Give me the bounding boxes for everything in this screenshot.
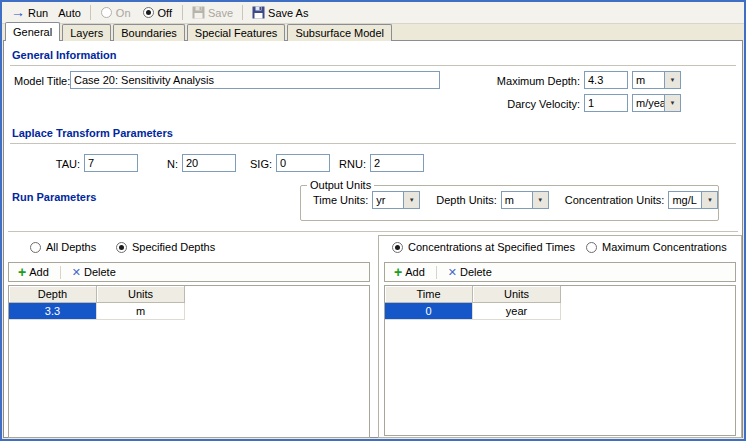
toolbar-separator [182, 5, 183, 20]
chevron-down-icon[interactable]: ▼ [403, 192, 419, 208]
on-radio[interactable]: On [95, 7, 137, 19]
darcy-velocity-label: Darcy Velocity: [466, 98, 580, 110]
tau-label: TAU: [34, 158, 80, 170]
delete-icon: ✕ [72, 267, 81, 278]
main-toolbar: → Run Auto On Off Save [2, 2, 744, 24]
chevron-down-icon[interactable]: ▼ [664, 95, 680, 111]
chevron-down-icon[interactable]: ▼ [701, 192, 717, 208]
times-add-label: Add [405, 266, 425, 278]
time-units-label: Time Units: [313, 194, 368, 206]
table-row[interactable]: 3.3 m [9, 303, 369, 320]
specified-depths-radio[interactable]: Specified Depths [116, 241, 215, 253]
radio-icon [30, 242, 41, 253]
chevron-down-icon[interactable]: ▼ [664, 72, 680, 88]
time-units-select[interactable]: yr ▼ [372, 191, 420, 209]
times-add-button[interactable]: + Add [389, 265, 430, 280]
column-header-units[interactable]: Units [97, 286, 185, 303]
save-as-icon [252, 6, 265, 19]
specified-depths-radio-label: Specified Depths [132, 241, 215, 253]
model-title-input[interactable] [70, 71, 440, 89]
run-arrow-icon: → [11, 7, 25, 18]
tab-boundaries[interactable]: Boundaries [113, 24, 185, 41]
depths-add-label: Add [29, 266, 49, 278]
all-depths-radio[interactable]: All Depths [30, 241, 96, 253]
output-units-row: Time Units: yr ▼ Depth Units: m ▼ Concen… [301, 191, 718, 211]
toolbar-separator [436, 266, 437, 279]
tab-special-features[interactable]: Special Features [187, 24, 286, 41]
auto-button-label: Auto [58, 7, 81, 19]
darcy-velocity-units-value: m/year [633, 95, 664, 111]
concentration-units-select[interactable]: mg/L ▼ [668, 191, 718, 209]
radio-icon [143, 7, 154, 18]
tab-general[interactable]: General [5, 22, 60, 41]
units-cell[interactable]: m [97, 303, 185, 320]
tab-subsurface-model[interactable]: Subsurface Model [287, 24, 392, 41]
run-button[interactable]: → Run [6, 6, 53, 20]
save-as-button[interactable]: Save As [247, 5, 313, 20]
concentration-units-value: mg/L [669, 192, 701, 208]
depths-table-header-row: Depth Units [9, 286, 369, 303]
toolbar-separator [90, 5, 91, 20]
laplace-parameters-heading: Laplace Transform Parameters [12, 127, 173, 139]
darcy-velocity-units-select[interactable]: m/year ▼ [632, 94, 681, 112]
maximum-depth-input[interactable] [584, 71, 628, 89]
depth-units-select[interactable]: m ▼ [501, 191, 549, 209]
time-cell[interactable]: 0 [385, 303, 473, 320]
depth-units-value: m [502, 192, 532, 208]
general-tab-panel: General Information Model Title: Maximum… [3, 40, 743, 438]
table-row[interactable]: 0 year [385, 303, 735, 320]
column-header-time[interactable]: Time [385, 286, 473, 303]
rnu-input[interactable] [370, 154, 424, 172]
section-divider [10, 143, 736, 145]
auto-button[interactable]: Auto [53, 6, 86, 20]
depths-table: Depth Units 3.3 m [8, 285, 370, 438]
output-units-groupbox: Output Units Time Units: yr ▼ Depth Unit… [300, 179, 719, 221]
tau-input[interactable] [84, 154, 138, 172]
specified-times-radio[interactable]: Concentrations at Specified Times [392, 241, 575, 253]
on-radio-label: On [116, 7, 131, 19]
concentration-units-label: Concentration Units: [565, 194, 665, 206]
darcy-velocity-input[interactable] [584, 94, 628, 112]
delete-icon: ✕ [448, 267, 457, 278]
radio-icon [392, 242, 403, 253]
times-delete-label: Delete [460, 266, 492, 278]
depths-delete-button[interactable]: ✕ Delete [67, 265, 121, 280]
tab-strip: General Layers Boundaries Special Featur… [5, 24, 394, 41]
save-button[interactable]: Save [187, 5, 238, 20]
maximum-concentrations-radio[interactable]: Maximum Concentrations [586, 241, 727, 253]
n-label: N: [144, 158, 178, 170]
save-icon [192, 6, 205, 19]
section-divider [8, 231, 738, 233]
sig-input[interactable] [276, 154, 330, 172]
section-divider [10, 65, 736, 67]
output-units-legend: Output Units [307, 179, 374, 191]
depth-cell[interactable]: 3.3 [9, 303, 97, 320]
radio-icon [101, 7, 112, 18]
tab-layers[interactable]: Layers [62, 24, 111, 41]
column-header-units[interactable]: Units [473, 286, 561, 303]
times-table-header-row: Time Units [385, 286, 735, 303]
app-window: → Run Auto On Off Save [0, 0, 746, 441]
toolbar-separator [242, 5, 243, 20]
radio-icon [586, 242, 597, 253]
times-delete-button[interactable]: ✕ Delete [443, 265, 497, 280]
times-table: Time Units 0 year [384, 285, 736, 436]
time-units-value: yr [373, 192, 403, 208]
maximum-depth-units-value: m [633, 72, 664, 88]
specified-times-radio-label: Concentrations at Specified Times [408, 241, 575, 253]
add-icon: + [394, 267, 402, 278]
maximum-depth-units-select[interactable]: m ▼ [632, 71, 681, 89]
depths-add-button[interactable]: + Add [13, 265, 54, 280]
column-header-depth[interactable]: Depth [9, 286, 97, 303]
off-radio[interactable]: Off [137, 7, 178, 19]
depths-panel-toolbar: + Add ✕ Delete [8, 262, 370, 282]
units-cell[interactable]: year [473, 303, 561, 320]
times-panel-toolbar: + Add ✕ Delete [384, 262, 736, 282]
save-as-button-label: Save As [268, 7, 308, 19]
sig-label: SIG: [240, 158, 272, 170]
n-input[interactable] [182, 154, 236, 172]
all-depths-radio-label: All Depths [46, 241, 96, 253]
chevron-down-icon[interactable]: ▼ [532, 192, 548, 208]
maximum-depth-label: Maximum Depth: [466, 75, 580, 87]
off-radio-label: Off [158, 7, 172, 19]
